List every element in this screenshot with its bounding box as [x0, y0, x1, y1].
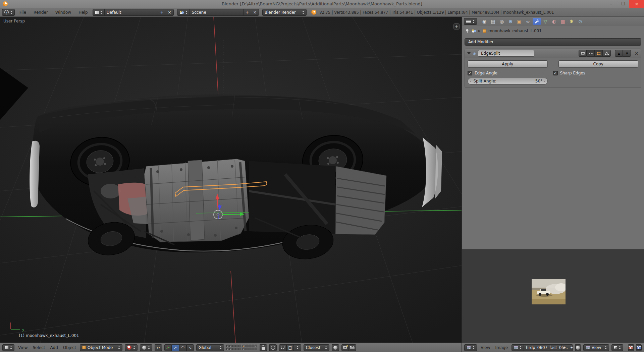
render-engine-selector[interactable]: Blender Render — [262, 9, 307, 16]
maximize-button[interactable]: ❐ — [617, 0, 629, 8]
image-name[interactable]: hrdp_0607_fast_05... — [524, 345, 561, 351]
snap-target-selector[interactable]: Closest — [304, 344, 329, 351]
image-datablock-selector[interactable]: hrdp_0607_fast_05... F + × — [512, 344, 573, 351]
add-scene-button[interactable]: + — [244, 9, 251, 15]
tab-object-icon[interactable]: ▣ — [515, 18, 523, 25]
screen-layout-selector[interactable]: Default + × — [93, 9, 174, 16]
region-expand-button[interactable]: + — [453, 23, 460, 30]
display-channels-selector[interactable] — [611, 344, 623, 351]
modifier-render-toggle[interactable] — [579, 50, 587, 57]
menu-window[interactable]: Window — [54, 10, 72, 15]
scene-selector[interactable]: Sccene + × — [177, 9, 259, 16]
new-image-button[interactable]: + — [568, 345, 573, 351]
3d-viewport[interactable]: User Persp + y (1) moonhawk_exhaust_L.00… — [0, 17, 462, 343]
breadcrumb-object-icon[interactable] — [483, 29, 486, 33]
properties-editor-type-selector[interactable] — [464, 18, 477, 25]
pin-icon[interactable] — [465, 29, 470, 33]
menu-file[interactable]: File — [18, 10, 28, 15]
scene-browse[interactable] — [177, 9, 190, 15]
info-editor-type-selector[interactable]: i — [2, 9, 15, 16]
manipulator-rotate-button[interactable]: ◠ — [179, 344, 186, 351]
tab-scene-icon[interactable]: ◎ — [498, 18, 506, 25]
viewport-editor-type-selector[interactable] — [2, 344, 14, 351]
close-button[interactable]: × — [629, 0, 644, 8]
image-pin-button[interactable] — [575, 344, 581, 351]
shading-icon — [127, 345, 131, 350]
fake-user-button[interactable]: F — [561, 345, 568, 351]
scene-name[interactable]: Sccene — [190, 9, 244, 15]
manipulator-scale-button[interactable]: ↘ — [186, 344, 194, 351]
tab-render-layers-icon[interactable]: ▤ — [489, 18, 497, 25]
modifier-cage-toggle[interactable] — [603, 50, 611, 57]
edge-angle-label: Edge Angle — [475, 71, 497, 75]
opengl-render-anim-button[interactable] — [349, 344, 356, 351]
modifier-viewport-toggle[interactable] — [587, 50, 595, 57]
render-border-icon[interactable] — [332, 344, 339, 351]
uv-menu-image[interactable]: Image — [494, 345, 509, 350]
properties-breadcrumb: ▶ moonhawk_exhaust_L.001 — [462, 26, 644, 36]
proportional-edit-icon — [271, 346, 275, 350]
opengl-render-button[interactable] — [341, 344, 349, 351]
edge-angle-checkbox[interactable]: ✓ — [468, 71, 472, 75]
move-modifier-down-button[interactable]: ▼ — [623, 50, 631, 57]
menu-render[interactable]: Render — [32, 10, 49, 15]
tab-object-data-icon[interactable]: ▽ — [541, 18, 549, 25]
mode-selector[interactable]: Object Mode — [80, 344, 122, 351]
modifier-editmode-toggle[interactable] — [595, 50, 603, 57]
slider-right-arrow[interactable]: › — [544, 79, 545, 83]
snap-toggle[interactable] — [279, 344, 286, 351]
uv-draw-toggle-2[interactable] — [636, 344, 642, 351]
menu-help[interactable]: Help — [77, 10, 89, 15]
lock-to-scene-toggle[interactable] — [260, 344, 267, 351]
uv-draw-toggle-1[interactable] — [628, 344, 634, 351]
breadcrumb-scene-icon[interactable] — [472, 29, 476, 33]
pivot-point-selector[interactable] — [140, 344, 152, 351]
tab-texture-icon[interactable]: ▩ — [559, 18, 567, 25]
delete-scene-button[interactable]: × — [251, 9, 259, 15]
image-editor-type-selector[interactable] — [464, 344, 477, 351]
window-titlebar: Blender [D:\Altro\BeamNG\Projects\Parts\… — [0, 0, 644, 8]
vp-menu-object[interactable]: Object — [62, 345, 77, 350]
expand-modifier-arrow[interactable] — [467, 52, 471, 54]
add-layout-button[interactable]: + — [158, 9, 166, 15]
car-model[interactable] — [30, 94, 442, 262]
apply-button[interactable]: Apply — [468, 60, 548, 68]
tab-world-icon[interactable]: ⊕ — [506, 18, 515, 25]
lock-icon — [262, 347, 265, 350]
uv-menu-view[interactable]: View — [479, 345, 491, 350]
snap-element-selector[interactable]: □ — [286, 344, 294, 351]
move-modifier-up-button[interactable]: ▲ — [615, 50, 623, 57]
viewport-shading-selector[interactable] — [125, 344, 138, 351]
manipulator-translate-button[interactable]: ↗ — [172, 344, 179, 351]
copy-button[interactable]: Copy — [558, 60, 639, 68]
vp-menu-select[interactable]: Select — [31, 345, 46, 350]
image-editor[interactable] — [462, 249, 644, 343]
modifier-name-field[interactable]: EdgeSplit — [478, 50, 534, 57]
vp-menu-add[interactable]: Add — [49, 345, 59, 350]
manipulate-center-points-toggle[interactable]: ↔ — [155, 344, 162, 351]
split-angle-slider[interactable]: ‹ Split Angle: 50° › — [468, 78, 548, 84]
tab-render-icon[interactable]: ◉ — [480, 18, 488, 25]
tab-modifiers-icon[interactable] — [533, 18, 541, 25]
snap-element-arrows[interactable] — [294, 344, 301, 351]
delete-layout-button[interactable]: × — [166, 9, 173, 15]
layers-widget[interactable] — [226, 345, 257, 350]
tab-physics-icon[interactable]: ⊙ — [576, 18, 584, 25]
screen-layout-name[interactable]: Default — [105, 9, 158, 15]
slider-left-arrow[interactable]: ‹ — [470, 79, 471, 83]
sharp-edges-checkbox[interactable]: ✓ — [553, 71, 558, 75]
display-mode-selector[interactable]: View — [583, 344, 609, 351]
delete-modifier-button[interactable]: × — [634, 50, 639, 56]
info-editor-icon: i — [4, 10, 9, 14]
tab-material-icon[interactable]: ◐ — [550, 18, 558, 25]
tab-constraints-icon[interactable]: ∞ — [524, 18, 532, 25]
tab-particles-icon[interactable]: ✱ — [568, 18, 576, 25]
vp-menu-view[interactable]: View — [17, 345, 29, 350]
image-browse[interactable] — [512, 345, 524, 351]
minimize-button[interactable]: – — [605, 0, 617, 8]
proportional-edit-toggle[interactable] — [269, 344, 277, 351]
screen-layout-icon[interactable] — [93, 9, 105, 15]
manipulator-axis-toggle[interactable] — [164, 344, 172, 351]
transform-orientation-selector[interactable]: Global — [196, 344, 224, 351]
add-modifier-dropdown[interactable]: Add Modifier — [465, 38, 641, 46]
